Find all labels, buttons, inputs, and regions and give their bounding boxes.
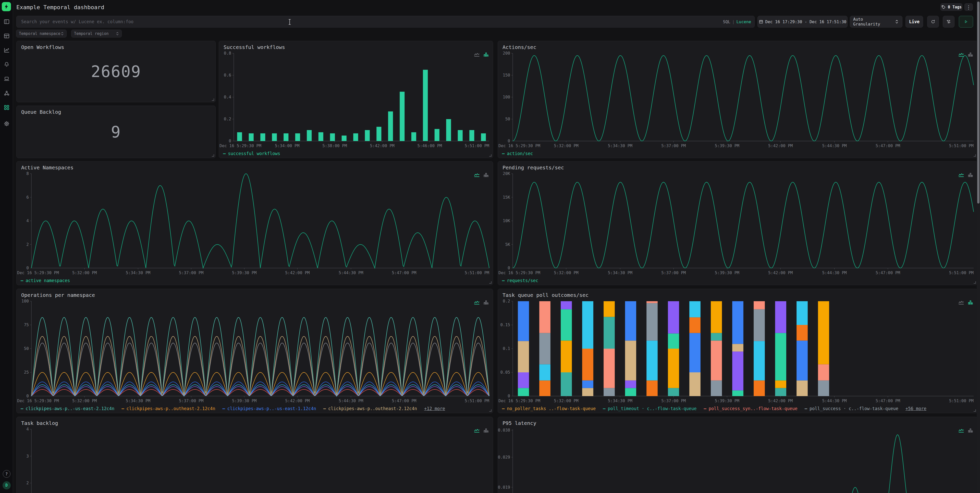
line-chart-toggle-icon[interactable]	[959, 173, 964, 178]
svg-text:15K: 15K	[503, 195, 510, 200]
service-map-icon[interactable]	[0, 89, 13, 97]
chart-canvas[interactable]: 00.20.40.60.8Dec 16 5:29:30 PM5:34:00 PM…	[219, 51, 493, 149]
legend-item[interactable]: —successful workflows	[223, 151, 280, 156]
bar-chart-toggle-icon[interactable]	[483, 173, 489, 178]
line-chart-toggle-icon[interactable]	[959, 300, 964, 306]
filter-temporal-region[interactable]: Temporal region	[71, 30, 122, 38]
resize-handle[interactable]	[212, 154, 214, 157]
line-chart-toggle-icon[interactable]	[474, 52, 480, 58]
bar-chart-toggle-icon[interactable]	[967, 428, 973, 434]
sql-lucene-toggle[interactable]: SQL | Lucene	[720, 16, 755, 27]
chart-explorer-icon[interactable]	[0, 46, 13, 54]
chart-canvas[interactable]: 05K10K15K20KDec 16 5:29:30 PM5:32:00 PM5…	[498, 171, 977, 276]
resize-handle[interactable]	[489, 281, 492, 284]
legend-more-link[interactable]: +56 more	[905, 406, 926, 411]
search-input[interactable]	[16, 16, 720, 27]
chart-legend: —action/sec	[502, 151, 533, 156]
line-chart-toggle-icon[interactable]	[959, 52, 964, 58]
svg-text:3: 3	[26, 454, 29, 458]
bar-chart-toggle-icon[interactable]	[967, 173, 973, 178]
chart-canvas[interactable]: 050100150200Dec 16 5:29:30 PM5:32:00 PM5…	[498, 51, 977, 149]
user-avatar[interactable]: D	[3, 481, 11, 490]
svg-text:150: 150	[503, 73, 510, 78]
line-chart-toggle-icon[interactable]	[959, 428, 964, 434]
line-chart-toggle-icon[interactable]	[474, 300, 480, 306]
legend-item[interactable]: —requests/sec	[502, 278, 538, 283]
help-button[interactable]: ?	[3, 470, 11, 478]
legend-item[interactable]: —poll_success · c..-flow-task-queue	[805, 406, 898, 411]
scrollbar-thumb[interactable]	[977, 2, 980, 203]
legend-item[interactable]: —action/sec	[502, 151, 533, 156]
bar-chart-toggle-icon[interactable]	[967, 52, 973, 58]
kebab-menu-button[interactable]: ⋮	[964, 3, 973, 11]
scrollbar-track[interactable]	[977, 0, 980, 493]
settings-gear-icon[interactable]	[0, 120, 13, 127]
legend-item[interactable]: —poll_success_syn..-flow-task-queue	[704, 406, 797, 411]
line-chart-toggle-icon[interactable]	[474, 173, 480, 178]
legend-item[interactable]: —active namespaces	[21, 278, 70, 283]
legend-item[interactable]: —clickpipes-aws-p..outheast-2.12c4n	[323, 406, 417, 411]
line-chart-toggle-icon[interactable]	[474, 428, 480, 434]
svg-text:75: 75	[24, 322, 29, 327]
svg-text:Dec 16 5:29:30 PM: Dec 16 5:29:30 PM	[17, 270, 59, 275]
resize-handle[interactable]	[489, 409, 492, 412]
alerts-bell-icon[interactable]	[0, 61, 13, 68]
svg-text:5:51:00 PM: 5:51:00 PM	[949, 398, 974, 403]
svg-text:0: 0	[26, 393, 29, 398]
svg-text:5:47:00 PM: 5:47:00 PM	[392, 270, 416, 275]
panel-p95-latency: P95 latency 0.0380.0290.019	[498, 417, 977, 493]
app-logo[interactable]	[2, 2, 11, 11]
dashboards-icon[interactable]	[0, 103, 13, 111]
legend-item[interactable]: —no_poller_tasks ..-flow-task-queue	[502, 406, 596, 411]
filter-button[interactable]	[943, 16, 955, 27]
legend-item[interactable]: —clickpipes-aws-p..outheast-2.12c4n	[121, 406, 215, 411]
filter-label: Temporal namespace	[19, 32, 60, 36]
bar-chart-toggle-icon[interactable]	[967, 300, 973, 306]
bar-chart-toggle-icon[interactable]	[483, 428, 489, 434]
svg-text:5:32:00 PM: 5:32:00 PM	[554, 270, 578, 275]
legend-more-link[interactable]: +12 more	[424, 406, 445, 411]
resize-handle[interactable]	[212, 98, 214, 101]
refresh-button[interactable]	[927, 16, 939, 27]
resize-handle[interactable]	[974, 281, 976, 284]
panel-title: Operations per namespace	[21, 292, 95, 298]
bar-chart-toggle-icon[interactable]	[483, 300, 489, 306]
legend-item[interactable]: —clickpipes-aws-p..-us-east-1.12c4n	[223, 406, 316, 411]
legend-item[interactable]: —clickpipes-aws-p..-us-east-2.12c4n	[21, 406, 115, 411]
resize-handle[interactable]	[489, 154, 492, 157]
chevron-updown-icon	[894, 19, 899, 24]
collapse-sidebar-icon[interactable]	[0, 18, 13, 25]
refresh-icon	[931, 19, 935, 24]
resize-handle[interactable]	[974, 409, 976, 412]
chart-canvas[interactable]: 02468Dec 16 5:29:30 PM5:32:00 PM5:34:30 …	[17, 171, 493, 276]
date-range-label: Dec 16 17:29:30 - Dec 16 17:51:30	[765, 19, 846, 24]
date-range-picker[interactable]: Dec 16 17:29:30 - Dec 16 17:51:30	[757, 16, 848, 27]
search-results-table-icon[interactable]	[0, 32, 13, 40]
svg-text:10K: 10K	[503, 218, 510, 223]
live-button[interactable]: Live	[905, 16, 923, 27]
svg-text:5:39:30 PM: 5:39:30 PM	[715, 143, 739, 148]
svg-text:5:47:00 PM: 5:47:00 PM	[876, 398, 900, 403]
resize-handle[interactable]	[974, 154, 976, 157]
chart-canvas[interactable]: 0.0380.0290.019	[498, 427, 977, 493]
svg-text:0: 0	[508, 393, 510, 398]
chart-canvas[interactable]: 432	[17, 427, 493, 493]
filter-temporal-namespace[interactable]: Temporal namespace	[16, 30, 67, 38]
chart-canvas[interactable]: 0255075100Dec 16 5:29:30 PM5:32:00 PM5:3…	[17, 299, 493, 404]
granularity-select[interactable]: Auto Granularity	[850, 16, 902, 27]
bar-chart-toggle-icon[interactable]	[483, 52, 489, 58]
chart-canvas[interactable]: 00.050.10.150.2Dec 16 5:29:30 PM5:32:00 …	[498, 299, 977, 404]
svg-text:0: 0	[229, 138, 231, 143]
client-sessions-laptop-icon[interactable]	[0, 75, 13, 82]
tags-button[interactable]: 0 Tags	[940, 3, 963, 11]
svg-text:2: 2	[26, 480, 29, 485]
svg-text:6: 6	[26, 195, 29, 200]
svg-text:5:32:00 PM: 5:32:00 PM	[554, 143, 578, 148]
run-query-button[interactable]	[959, 16, 973, 27]
legend-item[interactable]: —poll_timeout · c..-flow-task-queue	[603, 406, 697, 411]
panel-active-namespaces: Active Namespaces 02468Dec 16 5:29:30 PM…	[16, 161, 493, 285]
svg-text:8: 8	[26, 171, 29, 176]
svg-text:0: 0	[26, 265, 29, 270]
svg-text:0: 0	[508, 138, 510, 143]
panel-title: Actions/sec	[503, 44, 536, 50]
